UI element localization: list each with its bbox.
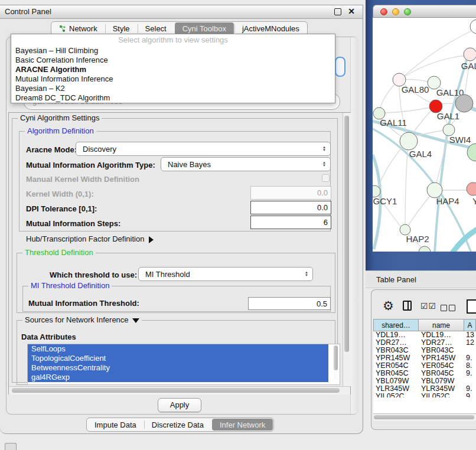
algorithm-option[interactable]: ARACNE Algorithm: [11, 65, 335, 74]
combo-arrows-icon: ▲▼: [302, 271, 311, 277]
scrollbar-thumb[interactable]: [344, 116, 349, 352]
network-node-gal4[interactable]: [400, 132, 418, 150]
network-node-gal7[interactable]: [464, 48, 476, 61]
attribute-list-item[interactable]: gal4RGexp: [28, 373, 328, 382]
unchecked-columns-icon[interactable]: [441, 303, 457, 314]
settings-horizontal-scrollbar[interactable]: [9, 386, 350, 394]
mi-algo-type-combobox[interactable]: Naive Bayes ▲▼: [161, 157, 331, 171]
table-cell: [464, 377, 476, 385]
table-body: YDL19…YDL19…13YDR27…YDR27…12YBR043CYBR04…: [373, 331, 476, 397]
cyni-bottom-tabbar: Impute DataDiscretize DataInfer Network: [86, 418, 274, 432]
algorithm-option[interactable]: Bayesian – K2: [11, 84, 335, 93]
settings-vertical-scrollbar[interactable]: [343, 113, 351, 386]
manual-kernel-width-checkbox[interactable]: [322, 174, 330, 182]
kernel-width-field[interactable]: 0.0: [250, 186, 331, 200]
mi-steps-field[interactable]: 6: [250, 216, 331, 229]
tab-infer-network[interactable]: Infer Network: [212, 419, 273, 431]
list-scrollbar[interactable]: [333, 345, 338, 381]
table-cell: 9.: [464, 385, 476, 393]
aracne-mode-value: Discovery: [76, 145, 320, 154]
new-table-document-icon[interactable]: [467, 299, 476, 314]
network-edge[interactable]: [378, 146, 403, 187]
aracne-mode-combobox[interactable]: Discovery ▲▼: [76, 142, 331, 156]
attribute-list-item[interactable]: SelfLoops: [28, 344, 328, 354]
table-horizontal-scrollbar[interactable]: [373, 413, 476, 421]
network-edge[interactable]: [409, 196, 430, 225]
network-node-swi4[interactable]: [443, 124, 455, 136]
control-panel-titlebar[interactable]: Control Panel ✕: [0, 5, 363, 19]
network-edge[interactable]: [405, 149, 407, 224]
mi-threshold-definition-title: MI Threshold Definition: [28, 281, 112, 290]
table-cell: 9.: [464, 354, 476, 362]
dpi-tolerance-label: DPI Tolerance [0,1]:: [26, 204, 97, 213]
sources-title[interactable]: Sources for Network Inference: [22, 315, 142, 324]
attribute-list-item[interactable]: BetweennessCentrality: [28, 363, 328, 373]
scrollbar-thumb[interactable]: [374, 415, 474, 419]
scrollbar-thumb[interactable]: [12, 388, 340, 393]
table-row[interactable]: YPR145WYPR145W9.: [373, 354, 476, 362]
table-row[interactable]: YLR345WYLR345W9.: [373, 385, 476, 393]
table-cell: YIL052C: [373, 393, 419, 397]
table-row[interactable]: YBR045CYBR045C9.: [373, 370, 476, 377]
column-header-shared[interactable]: shared…: [373, 319, 419, 331]
tab-impute-data[interactable]: Impute Data: [87, 418, 144, 431]
focused-spinner-remnant[interactable]: [335, 57, 345, 77]
data-attributes-label: Data Attributes: [21, 332, 76, 341]
combo-arrows-icon: ▲▼: [320, 146, 328, 152]
column-header-name[interactable]: name: [419, 319, 464, 331]
table-row[interactable]: YBR043CYBR043C: [373, 347, 476, 354]
network-node[interactable]: [419, 246, 431, 252]
table-cell: YBR045C: [373, 370, 419, 377]
network-canvas[interactable]: GAL7GAL80GAL10GAL1GAL11GAL4SWI4GCY1HAP4Y…: [373, 18, 476, 252]
combo-arrows-icon: ▲▼: [320, 161, 328, 167]
hub-transcription-label: Hub/Transcription Factor Definition: [26, 234, 144, 243]
network-node[interactable]: [455, 94, 473, 112]
panel-vertical-scrollbar[interactable]: [350, 37, 358, 414]
checked-columns-icon[interactable]: ☑☑: [420, 301, 436, 311]
algorithm-option[interactable]: Bayesian – Hill Climbing: [11, 46, 335, 56]
tab-cyni-toolbox[interactable]: Cyni Toolbox: [175, 22, 234, 35]
kernel-width-label: Kernel Width (0,1):: [26, 190, 94, 198]
window-title: Control Panel: [5, 7, 51, 16]
which-threshold-combobox[interactable]: MI Threshold ▲▼: [138, 267, 313, 281]
algorithm-option[interactable]: Mutual Information Inference: [11, 74, 335, 84]
settings-gear-icon[interactable]: ⚙: [383, 299, 394, 312]
table-row[interactable]: YDR27…YDR27…12: [373, 339, 476, 347]
table-cell: 8.: [464, 362, 476, 370]
network-window-titlebar[interactable]: [373, 5, 476, 18]
data-attributes-list[interactable]: SelfLoopsTopologicalCoefficientBetweenne…: [27, 344, 340, 385]
scrollbar-thumb[interactable]: [334, 345, 338, 370]
column-layout-icon[interactable]: [403, 301, 412, 311]
network-node-y[interactable]: [467, 182, 476, 195]
network-edge[interactable]: [452, 229, 476, 252]
table-cell: YDR27…: [419, 339, 464, 347]
close-traffic-light-icon[interactable]: [380, 8, 387, 15]
table-row[interactable]: YIL052CYIL052C9: [373, 393, 476, 397]
dpi-tolerance-field[interactable]: 0.0: [250, 201, 331, 214]
apply-button[interactable]: Apply: [158, 398, 201, 412]
minimize-traffic-light-icon[interactable]: [392, 8, 399, 15]
network-edge[interactable]: [385, 107, 430, 113]
close-icon[interactable]: ✕: [348, 6, 355, 16]
application-root: Control Panel ✕ NetworkStyleSelectCyni T…: [0, 0, 476, 450]
table-row[interactable]: YBL079WYBL079W: [373, 377, 476, 385]
network-edge[interactable]: [412, 110, 431, 134]
hub-transcription-section-toggle[interactable]: Hub/Transcription Factor Definition: [26, 234, 154, 243]
node-label: GAL1: [437, 111, 459, 121]
algorithm-definition-title: Algorithm Definition: [25, 126, 96, 135]
column-header-a[interactable]: A: [464, 319, 476, 331]
tab-discretize-data[interactable]: Discretize Data: [144, 418, 211, 431]
float-window-icon[interactable]: [334, 8, 341, 15]
minimized-panel-icon[interactable]: [5, 443, 17, 450]
mi-threshold-field[interactable]: 0.5: [248, 297, 331, 310]
algorithm-option[interactable]: Dream8 DC_TDC Algorithm: [11, 93, 335, 103]
zoom-traffic-light-icon[interactable]: [404, 8, 411, 15]
algorithm-option[interactable]: Basic Correlation Inference: [11, 56, 335, 65]
table-row[interactable]: YER054CYER054C8.: [373, 362, 476, 370]
node-label: GAL11: [380, 118, 407, 128]
table-row[interactable]: YDL19…YDL19…13: [373, 331, 476, 339]
table-panel-titlebar[interactable]: Table Panel: [366, 270, 476, 288]
table-cell: 9.: [464, 370, 476, 377]
cyni-algorithm-settings-title: Cyni Algorithm Settings: [18, 113, 102, 122]
attribute-list-item[interactable]: TopologicalCoefficient: [28, 354, 328, 363]
